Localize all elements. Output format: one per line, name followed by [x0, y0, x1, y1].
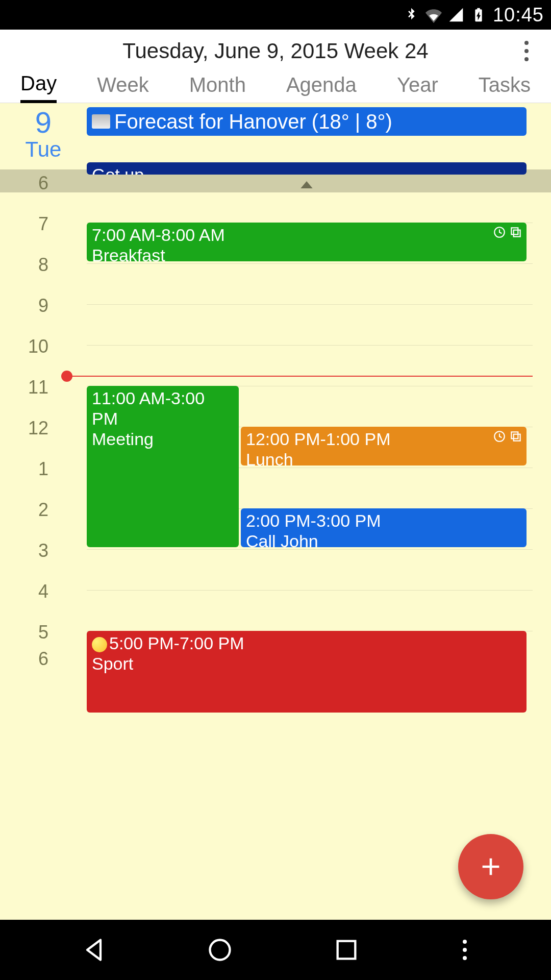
svg-rect-1 — [511, 228, 518, 234]
repeat-icon — [509, 226, 522, 239]
event-sport[interactable]: 5:00 PM-7:00 PM Sport — [87, 631, 527, 713]
more-vert-icon — [463, 940, 467, 960]
event-title: Breakfast — [92, 245, 521, 261]
add-event-button[interactable] — [458, 834, 523, 899]
hour-label: 5 — [0, 622, 64, 643]
svg-rect-4 — [511, 432, 518, 438]
collapse-handle[interactable] — [87, 179, 527, 191]
plus-icon — [477, 852, 505, 881]
home-icon — [207, 937, 233, 963]
hour-line — [87, 304, 533, 305]
cellular-icon — [448, 7, 464, 23]
event-getup[interactable]: Get up — [87, 162, 527, 175]
more-vert-icon — [524, 41, 529, 61]
page-title: Tuesday, June 9, 2015 Week 24 — [122, 39, 428, 63]
overflow-menu-button[interactable] — [516, 30, 537, 72]
nav-home-button[interactable] — [205, 935, 235, 965]
wifi-icon — [425, 7, 442, 23]
status-clock: 10:45 — [493, 4, 544, 26]
forecast-chip[interactable]: Forecast for Hanover (18° | 8°) — [87, 107, 527, 136]
event-time: 11:00 AM-3:00 PM — [92, 388, 234, 429]
weather-icon — [92, 114, 110, 129]
event-title: Call John — [246, 531, 521, 547]
hour-label: 4 — [0, 581, 64, 602]
hour-label: 1 — [0, 458, 64, 480]
tab-day[interactable]: Day — [20, 72, 57, 103]
date-weekday: Tue — [0, 137, 87, 162]
event-breakfast[interactable]: 7:00 AM-8:00 AM Breakfast — [87, 223, 527, 261]
clock-icon — [493, 430, 506, 443]
svg-rect-2 — [514, 230, 520, 237]
svg-rect-7 — [337, 941, 355, 959]
hour-label: 6 — [0, 173, 64, 194]
hour-line — [87, 345, 533, 346]
hour-label: 2 — [0, 499, 64, 521]
all-day-row: 9 Tue Forecast for Hanover (18° | 8°) — [0, 103, 551, 169]
event-title: Lunch — [246, 449, 521, 465]
day-view[interactable]: 9 Tue Forecast for Hanover (18° | 8°) Ge… — [0, 103, 551, 920]
event-lunch[interactable]: 12:00 PM-1:00 PM Lunch — [241, 427, 527, 465]
nav-back-button[interactable] — [79, 935, 109, 965]
event-title: Meeting — [92, 429, 234, 449]
svg-point-6 — [210, 940, 230, 960]
hour-label: 9 — [0, 295, 64, 316]
recents-icon — [333, 937, 360, 963]
event-time: 2:00 PM-3:00 PM — [246, 510, 521, 531]
event-time: 5:00 PM-7:00 PM — [109, 633, 244, 653]
date-indicator[interactable]: 9 Tue — [0, 103, 87, 162]
hour-label: 3 — [0, 540, 64, 561]
hour-label: 12 — [0, 418, 64, 439]
hour-label: 6 — [0, 648, 64, 670]
forecast-label: Forecast for Hanover (18° | 8°) — [114, 110, 392, 133]
tab-week[interactable]: Week — [97, 74, 149, 102]
date-number: 9 — [0, 105, 87, 139]
clock-icon — [493, 226, 506, 239]
app-header: Tuesday, June 9, 2015 Week 24 — [0, 30, 551, 72]
tab-tasks[interactable]: Tasks — [479, 74, 531, 102]
hour-label: 10 — [0, 336, 64, 357]
event-title: Sport — [92, 653, 521, 674]
tab-year[interactable]: Year — [397, 74, 438, 102]
status-bar: 10:45 — [0, 0, 551, 30]
nav-menu-button[interactable] — [457, 935, 472, 965]
hour-label: 8 — [0, 254, 64, 276]
tennis-ball-icon — [92, 637, 107, 652]
triangle-up-icon — [299, 180, 314, 190]
event-flags — [493, 226, 522, 239]
event-calljohn[interactable]: 2:00 PM-3:00 PM Call John — [241, 508, 527, 547]
now-indicator — [61, 376, 533, 377]
tab-agenda[interactable]: Agenda — [286, 74, 357, 102]
hour-grid[interactable]: Get up 6 7 8 9 10 11 12 — [0, 169, 551, 920]
bluetooth-icon — [403, 7, 419, 23]
svg-rect-5 — [514, 434, 520, 441]
nav-recents-button[interactable] — [331, 935, 362, 965]
event-flags — [493, 430, 522, 443]
hour-label: 11 — [0, 377, 64, 398]
event-title: Get up — [92, 164, 521, 175]
event-time: 7:00 AM-8:00 AM — [92, 225, 521, 245]
hour-line — [87, 590, 533, 591]
hour-line — [87, 263, 533, 264]
view-tabs: Day Week Month Agenda Year Tasks — [0, 72, 551, 103]
hour-label: 7 — [0, 213, 64, 235]
nav-bar — [0, 920, 551, 980]
tab-month[interactable]: Month — [189, 74, 246, 102]
repeat-icon — [509, 430, 522, 443]
now-dot-icon — [61, 371, 72, 382]
back-icon — [81, 937, 107, 963]
battery-charging-icon — [470, 7, 487, 23]
event-time: 12:00 PM-1:00 PM — [246, 429, 521, 449]
hour-line — [87, 549, 533, 550]
event-meeting[interactable]: 11:00 AM-3:00 PM Meeting — [87, 386, 239, 547]
